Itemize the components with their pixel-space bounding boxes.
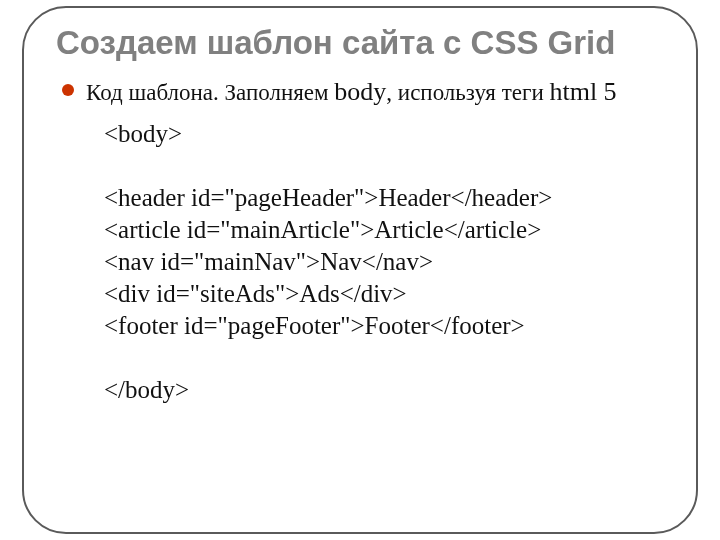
subtitle-part2: , используя теги	[386, 80, 549, 105]
code-line-1: <body>	[104, 120, 182, 147]
code-line-6: <footer id="pageFooter">Footer</footer>	[104, 312, 525, 339]
code-line-3: <article id="mainArticle">Article</artic…	[104, 216, 541, 243]
slide-subtitle: Код шаблона. Заполняем body, используя т…	[86, 76, 617, 109]
slide-title: Создаем шаблон сайта с CSS Grid	[56, 24, 664, 62]
subtitle-body-word: body	[334, 77, 386, 106]
subtitle-row: Код шаблона. Заполняем body, используя т…	[62, 76, 664, 109]
bullet-icon	[62, 84, 74, 96]
code-line-2: <header id="pageHeader">Header</header>	[104, 184, 552, 211]
slide-frame: Создаем шаблон сайта с CSS Grid Код шабл…	[22, 6, 698, 534]
subtitle-part1: Код шаблона. Заполняем	[86, 80, 334, 105]
subtitle-html5: html 5	[549, 77, 616, 106]
code-line-4: <nav id="mainNav">Nav</nav>	[104, 248, 433, 275]
code-block: <body> <header id="pageHeader">Header</h…	[104, 118, 604, 406]
code-line-5: <div id="siteAds">Ads</div>	[104, 280, 407, 307]
code-line-7: </body>	[104, 376, 189, 403]
